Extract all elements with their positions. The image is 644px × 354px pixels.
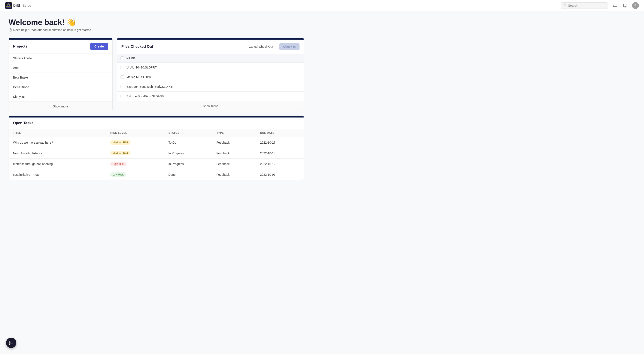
risk-badge: Medium Risk xyxy=(110,140,130,145)
risk-badge: Medium Risk xyxy=(110,151,130,156)
col-header-title: TITLE xyxy=(9,129,106,137)
svg-point-7 xyxy=(10,30,10,31)
avatar-button[interactable]: P xyxy=(632,2,639,9)
file-item[interactable]: ExtruderBondTech.SLDASM xyxy=(117,92,304,101)
files-actions: Cancel Check Out Check In xyxy=(245,43,300,50)
col-header-type: TYPE xyxy=(212,129,256,137)
projects-show-more[interactable]: Show more xyxy=(9,102,112,111)
project-item[interactable]: Stripe's Apollo xyxy=(9,54,112,63)
tasks-card-header-bar xyxy=(9,116,304,118)
projects-title-row: Projects Create xyxy=(9,40,112,54)
welcome-section: Welcome back! 👋 Need help? Read our docu… xyxy=(8,18,304,32)
task-due-date: 2022-10-07 xyxy=(256,169,304,180)
header-right: P xyxy=(561,2,639,9)
inbox-button[interactable] xyxy=(622,2,628,9)
project-item[interactable]: Dionysus xyxy=(9,92,112,102)
notification-button[interactable] xyxy=(612,2,618,9)
chat-button[interactable] xyxy=(6,338,16,348)
open-tasks-card: Open Tasks TITLE RISK LEVEL STATUS TYPE … xyxy=(8,116,304,180)
task-type: Feedback xyxy=(212,169,256,180)
svg-point-9 xyxy=(11,342,11,343)
tasks-table-header-row: TITLE RISK LEVEL STATUS TYPE DUE DATE xyxy=(9,129,304,137)
search-bar[interactable] xyxy=(561,2,608,9)
header-left: bild Stripe xyxy=(5,2,31,9)
task-risk-level: Medium Risk xyxy=(106,148,164,158)
col-header-status: STATUS xyxy=(164,129,212,137)
file-checkbox[interactable] xyxy=(120,66,124,69)
select-all-checkbox[interactable] xyxy=(120,56,124,60)
inbox-icon xyxy=(623,4,627,8)
task-due-date: 2022-10-27 xyxy=(256,137,304,148)
project-item[interactable]: Ares xyxy=(9,63,112,73)
cancel-checkout-button[interactable]: Cancel Check Out xyxy=(245,43,277,50)
risk-badge: High Risk xyxy=(110,162,126,166)
files-checked-out-card: Files Checked Out Cancel Check Out Check… xyxy=(117,38,304,111)
task-risk-level: Low Risk xyxy=(106,169,164,180)
files-card-header-bar xyxy=(117,38,304,40)
help-link[interactable]: Need help? Read our documentation on how… xyxy=(8,28,304,32)
task-type: Feedback xyxy=(212,148,256,158)
svg-point-10 xyxy=(12,342,12,343)
projects-card: Projects Create Stripe's Apollo Ares Bet… xyxy=(8,38,112,111)
table-row[interactable]: Need to order fixtures Medium Risk In Pr… xyxy=(9,148,304,158)
search-icon xyxy=(564,4,566,7)
task-risk-level: High Risk xyxy=(106,158,164,169)
svg-rect-5 xyxy=(624,4,627,7)
app-header: bild Stripe P xyxy=(0,0,644,11)
task-title: Need to order fixtures xyxy=(9,148,106,158)
create-project-button[interactable]: Create xyxy=(90,43,108,50)
file-checkbox[interactable] xyxy=(120,75,124,79)
projects-list: Stripe's Apollo Ares Beta Brake Delta Dr… xyxy=(9,54,112,102)
file-name: Extruder_BondTech_Body.SLDPRT xyxy=(126,85,174,88)
welcome-title: Welcome back! 👋 xyxy=(8,18,304,27)
svg-point-8 xyxy=(10,342,10,343)
file-checkbox[interactable] xyxy=(120,85,124,88)
project-item[interactable]: Delta Drone xyxy=(9,82,112,92)
main-content: Welcome back! 👋 Need help? Read our docu… xyxy=(0,11,312,187)
task-title: Why do we have airgap here? xyxy=(9,137,106,148)
table-row[interactable]: Increase through bolt opening High Risk … xyxy=(9,158,304,169)
files-name-column-header: NAME xyxy=(126,57,135,60)
tasks-title: Open Tasks xyxy=(13,121,34,125)
task-title: cost initiative - motor xyxy=(9,169,106,180)
tasks-title-row: Open Tasks xyxy=(9,118,304,129)
check-in-button[interactable]: Check In xyxy=(280,43,300,50)
col-header-due-date: DUE DATE xyxy=(256,129,304,137)
top-panels: Projects Create Stripe's Apollo Ares Bet… xyxy=(8,38,304,111)
task-type: Feedback xyxy=(212,158,256,169)
task-status: Done xyxy=(164,169,212,180)
task-status: To Do xyxy=(164,137,212,148)
task-type: Feedback xyxy=(212,137,256,148)
help-text: Need help? Read our documentation on how… xyxy=(13,28,91,32)
files-card-body: Files Checked Out Cancel Check Out Check… xyxy=(117,40,304,111)
file-name: U_AL_10×10.SLDPRT xyxy=(126,66,157,69)
files-title: Files Checked Out xyxy=(122,44,153,49)
projects-title: Projects xyxy=(13,44,28,48)
risk-badge: Low Risk xyxy=(110,172,126,177)
files-title-row: Files Checked Out Cancel Check Out Check… xyxy=(117,40,304,54)
task-status: In Progress xyxy=(164,158,212,169)
task-due-date: 2022-10-12 xyxy=(256,158,304,169)
file-item[interactable]: Matice M3.SLDPRT xyxy=(117,72,304,82)
files-column-header: NAME xyxy=(117,54,304,63)
logo: bild xyxy=(5,2,20,9)
table-row[interactable]: cost initiative - motor Low Risk Done Fe… xyxy=(9,169,304,180)
projects-card-body: Projects Create Stripe's Apollo Ares Bet… xyxy=(9,40,112,111)
col-header-risk: RISK LEVEL xyxy=(106,129,164,137)
file-name: Matice M3.SLDPRT xyxy=(126,75,153,79)
files-show-more[interactable]: Show more xyxy=(117,101,304,111)
project-item[interactable]: Beta Brake xyxy=(9,73,112,82)
file-item[interactable]: U_AL_10×10.SLDPRT xyxy=(117,63,304,72)
file-item[interactable]: Extruder_BondTech_Body.SLDPRT xyxy=(117,82,304,92)
app-name: Stripe xyxy=(23,4,31,7)
tasks-table-body: Why do we have airgap here? Medium Risk … xyxy=(9,137,304,180)
help-icon xyxy=(8,28,12,32)
search-input[interactable] xyxy=(568,4,605,7)
projects-card-header-bar xyxy=(9,38,112,40)
task-risk-level: Medium Risk xyxy=(106,137,164,148)
file-checkbox[interactable] xyxy=(120,94,124,98)
table-row[interactable]: Why do we have airgap here? Medium Risk … xyxy=(9,137,304,148)
svg-line-4 xyxy=(566,6,566,7)
bild-logo-icon xyxy=(5,2,12,9)
task-status: In Progress xyxy=(164,148,212,158)
